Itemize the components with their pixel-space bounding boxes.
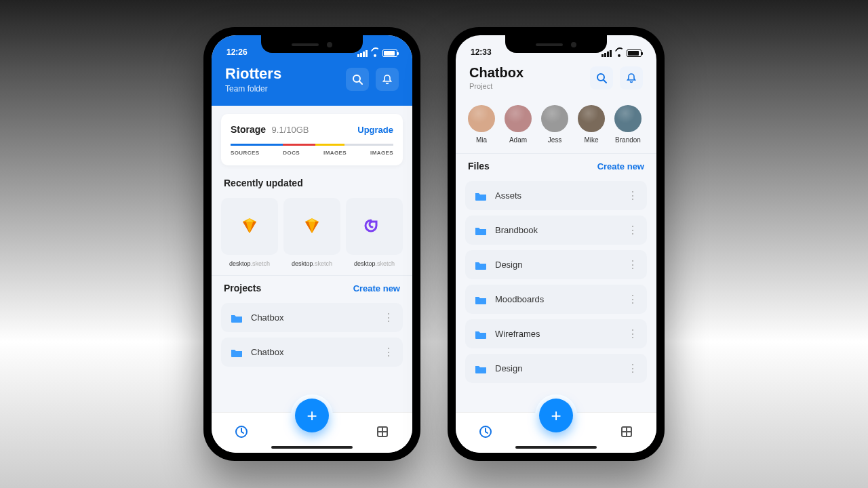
battery-icon	[382, 49, 397, 57]
file-row[interactable]: Moodboards ⋮	[465, 285, 647, 314]
fab-add-button[interactable]: +	[295, 399, 329, 432]
home-indicator	[515, 446, 597, 449]
file-row[interactable]: Wireframes ⋮	[465, 319, 647, 348]
person-name: Mia	[476, 136, 487, 144]
files-title: Files	[468, 161, 490, 171]
storage-label: Storage	[231, 124, 266, 135]
recent-item-name: desktop.sketch	[354, 260, 395, 267]
phone-riotters: 12:26 Riotters Team folder	[203, 27, 420, 461]
sketch-icon	[221, 198, 278, 255]
projects-create-link[interactable]: Create new	[353, 283, 400, 293]
fab-add-button[interactable]: +	[539, 399, 573, 432]
folder-icon	[475, 226, 487, 235]
person-name: Brandon	[615, 136, 641, 144]
storage-legend: SOURCESDOCSIMAGESIMAGES	[231, 150, 393, 156]
phone-chatbox: 12:33 Chatbox Project Mia Adam	[448, 27, 665, 461]
person-name: Jess	[548, 136, 562, 144]
search-button[interactable]	[590, 66, 613, 89]
upgrade-link[interactable]: Upgrade	[357, 125, 393, 135]
notifications-button[interactable]	[376, 68, 399, 91]
more-icon[interactable]: ⋮	[627, 362, 637, 375]
folder-icon	[475, 364, 487, 373]
file-name: Assets	[495, 190, 521, 201]
folder-icon	[475, 191, 487, 201]
files-create-link[interactable]: Create new	[597, 161, 644, 171]
folder-icon	[231, 313, 243, 323]
storage-value: 9.1/10GB	[272, 125, 309, 135]
file-name: Moodboards	[495, 294, 544, 304]
person-item[interactable]: Mia	[468, 105, 495, 144]
file-row[interactable]: Assets ⋮	[465, 181, 647, 210]
projects-title: Projects	[224, 283, 261, 293]
more-icon[interactable]: ⋮	[627, 189, 637, 202]
avatar	[468, 105, 495, 132]
recent-item[interactable]: desktop.sketch	[283, 198, 340, 267]
file-name: Design	[495, 260, 522, 270]
recent-item[interactable]: desktop.sketch	[346, 198, 403, 267]
person-item[interactable]: Jess	[541, 105, 568, 144]
more-icon[interactable]: ⋮	[383, 346, 393, 359]
avatar	[505, 105, 532, 132]
file-row[interactable]: Brandbook ⋮	[465, 216, 647, 245]
header-subtitle: Project	[469, 82, 524, 90]
folder-icon	[475, 260, 487, 270]
more-icon[interactable]: ⋮	[627, 224, 637, 237]
recent-item-name: desktop.sketch	[292, 260, 332, 267]
file-row[interactable]: Design ⋮	[465, 354, 647, 383]
storage-legend-item: SOURCES	[231, 150, 259, 156]
sketch-icon	[283, 198, 340, 255]
project-row[interactable]: Chatbox ⋮	[221, 338, 403, 367]
wifi-icon	[370, 50, 380, 57]
avatar	[541, 105, 568, 132]
people-strip[interactable]: Mia Adam Jess Mike Brandon	[456, 98, 656, 150]
more-icon[interactable]: ⋮	[627, 327, 637, 340]
folder-icon	[475, 329, 487, 339]
signal-icon	[357, 50, 368, 57]
status-bar: 12:26	[212, 35, 412, 58]
notifications-button[interactable]	[620, 66, 643, 89]
header: Riotters Team folder	[212, 58, 412, 106]
person-name: Adam	[509, 136, 527, 144]
screen: 12:33 Chatbox Project Mia Adam	[456, 35, 656, 453]
header-subtitle: Team folder	[225, 84, 281, 94]
status-time: 12:26	[226, 47, 248, 57]
person-item[interactable]: Adam	[505, 105, 532, 144]
file-name: Design	[495, 363, 522, 373]
status-icons	[357, 49, 397, 57]
tab-recent[interactable]	[235, 425, 248, 441]
file-row[interactable]: Design ⋮	[465, 250, 647, 279]
person-name: Mike	[584, 136, 598, 144]
more-icon[interactable]: ⋮	[627, 293, 637, 306]
storage-legend-item: IMAGES	[370, 150, 393, 156]
status-time: 12:33	[471, 47, 492, 57]
recent-item[interactable]: desktop.sketch	[221, 198, 278, 267]
project-row[interactable]: Chatbox ⋮	[221, 303, 403, 332]
storage-card: Storage 9.1/10GB Upgrade SOURCESDOCSIMAG…	[221, 114, 403, 165]
project-name: Chatbox	[251, 312, 283, 323]
more-icon[interactable]: ⋮	[383, 311, 393, 324]
more-icon[interactable]: ⋮	[627, 258, 637, 271]
tab-recent[interactable]	[479, 425, 492, 441]
folder-icon	[475, 295, 487, 304]
person-item[interactable]: Brandon	[614, 105, 642, 144]
person-item[interactable]: Mike	[578, 105, 605, 144]
tab-grid[interactable]	[620, 425, 633, 441]
header-title: Chatbox	[469, 65, 524, 81]
file-name: Brandbook	[495, 225, 538, 235]
recent-title: Recently updated	[212, 174, 412, 192]
tab-grid[interactable]	[376, 425, 389, 441]
storage-bar	[231, 144, 393, 146]
header-title: Riotters	[225, 65, 281, 83]
home-indicator	[271, 446, 353, 449]
battery-icon	[627, 49, 642, 57]
header: Chatbox Project	[456, 58, 656, 98]
recent-item-name: desktop.sketch	[229, 260, 270, 267]
wifi-icon	[614, 50, 624, 57]
signal-icon	[601, 50, 612, 57]
status-icons	[601, 49, 642, 57]
search-button[interactable]	[346, 68, 369, 91]
status-bar: 12:33	[456, 35, 656, 58]
principle-icon	[346, 198, 403, 255]
storage-legend-item: DOCS	[283, 150, 300, 156]
file-name: Wireframes	[495, 329, 540, 339]
